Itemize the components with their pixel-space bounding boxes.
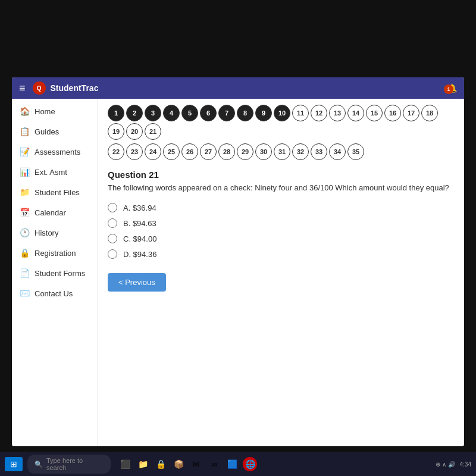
option-label-A: A. $36.94 — [123, 203, 156, 212]
question-num-31[interactable]: 31 — [274, 143, 290, 160]
taskbar-icon-4[interactable]: 📦 — [171, 457, 186, 471]
sidebar-item-contact-us[interactable]: ✉️ Contact Us — [12, 283, 98, 303]
question-title: Question 21 — [108, 170, 455, 180]
student-forms-icon: 📄 — [19, 268, 30, 278]
search-placeholder: Type here to search — [46, 457, 104, 471]
sidebar-item-guides[interactable]: 📋 Guides — [12, 121, 98, 142]
sidebar-label-student-files: Student Files — [35, 188, 80, 197]
taskbar-icon-7[interactable]: 🟦 — [225, 457, 239, 471]
taskbar-app-icons: ⬛ 📁 🔒 📦 ✉ ∞ 🟦 🌐 — [118, 457, 257, 471]
student-files-icon: 📁 — [19, 187, 30, 197]
question-num-8[interactable]: 8 — [237, 105, 253, 121]
radio-D[interactable] — [108, 249, 117, 259]
taskbar-icon-5[interactable]: ✉ — [189, 457, 203, 471]
sidebar-item-assessments[interactable]: 📝 Assessments — [12, 142, 98, 162]
previous-button[interactable]: < Previous — [108, 273, 166, 292]
question-num-29[interactable]: 29 — [237, 143, 253, 160]
sidebar-label-assessments: Assessments — [35, 148, 80, 156]
question-num-13[interactable]: 13 — [329, 105, 346, 121]
taskbar-icon-1[interactable]: ⬛ — [118, 457, 132, 471]
option-C[interactable]: C. $94.00 — [108, 234, 455, 243]
notification-count: 1 — [444, 84, 453, 94]
option-B[interactable]: B. $94.63 — [108, 218, 455, 228]
radio-C[interactable] — [108, 234, 117, 243]
main-layout: 🏠 Home 📋 Guides 📝 Assessments 📊 Ext. Asm… — [12, 99, 464, 446]
search-icon: 🔍 — [35, 461, 43, 468]
question-num-35[interactable]: 35 — [347, 143, 364, 160]
app-logo: Q — [33, 82, 46, 95]
question-num-14[interactable]: 14 — [347, 105, 364, 121]
question-text: The following words appeared on a check:… — [108, 183, 455, 192]
question-num-33[interactable]: 33 — [311, 143, 327, 160]
start-button[interactable]: ⊞ — [5, 457, 23, 471]
question-num-7[interactable]: 7 — [218, 105, 235, 121]
notification-bell[interactable]: 🔔 1 — [447, 83, 457, 93]
taskbar-search-box[interactable]: 🔍 Type here to search — [27, 455, 111, 474]
sidebar-label-ext-asmt: Ext. Asmt — [35, 168, 67, 177]
question-num-21[interactable]: 21 — [145, 123, 161, 140]
sidebar-item-registration[interactable]: 🔒 Registration — [12, 243, 98, 263]
option-A[interactable]: A. $36.94 — [108, 203, 455, 212]
sidebar-item-student-forms[interactable]: 📄 Student Forms — [12, 263, 98, 283]
question-num-17[interactable]: 17 — [403, 105, 419, 121]
clock: 4:34 — [460, 461, 471, 468]
calendar-icon: 📅 — [19, 208, 30, 217]
question-num-25[interactable]: 25 — [163, 143, 180, 160]
question-num-18[interactable]: 18 — [421, 105, 438, 121]
question-num-16[interactable]: 16 — [384, 105, 401, 121]
question-num-10[interactable]: 10 — [274, 105, 290, 121]
sidebar-item-home[interactable]: 🏠 Home — [12, 101, 98, 121]
navigation-buttons: < Previous — [108, 273, 455, 292]
question-num-11[interactable]: 11 — [292, 105, 309, 121]
ext-asmt-icon: 📊 — [19, 167, 30, 177]
taskbar-icon-6[interactable]: ∞ — [207, 457, 221, 471]
app-title: StudentTrac — [51, 83, 99, 93]
question-num-24[interactable]: 24 — [145, 143, 161, 160]
question-num-23[interactable]: 23 — [126, 143, 143, 160]
radio-A[interactable] — [108, 203, 117, 212]
history-icon: 🕐 — [19, 228, 30, 237]
sidebar-label-student-forms: Student Forms — [35, 269, 85, 278]
question-num-6[interactable]: 6 — [200, 105, 217, 121]
option-label-D: D. $94.36 — [123, 250, 156, 259]
question-num-12[interactable]: 12 — [311, 105, 327, 121]
system-tray: ⊕ ∧ 🔊 — [436, 461, 455, 468]
radio-B[interactable] — [108, 218, 117, 228]
question-num-15[interactable]: 15 — [366, 105, 383, 121]
question-num-4[interactable]: 4 — [163, 105, 180, 121]
question-num-9[interactable]: 9 — [255, 105, 272, 121]
sidebar: 🏠 Home 📋 Guides 📝 Assessments 📊 Ext. Asm… — [12, 99, 98, 446]
sidebar-item-ext-asmt[interactable]: 📊 Ext. Asmt — [12, 162, 98, 182]
sidebar-label-registration: Registration — [35, 249, 76, 258]
question-num-32[interactable]: 32 — [292, 143, 309, 160]
sidebar-item-student-files[interactable]: 📁 Student Files — [12, 182, 98, 202]
sidebar-label-contact-us: Contact Us — [35, 289, 73, 298]
assessments-icon: 📝 — [19, 147, 30, 156]
taskbar-icon-3[interactable]: 🔒 — [154, 457, 168, 471]
question-num-30[interactable]: 30 — [255, 143, 272, 160]
sidebar-item-history[interactable]: 🕐 History — [12, 223, 98, 243]
sidebar-label-guides: Guides — [35, 127, 59, 136]
menu-icon[interactable]: ≡ — [19, 82, 26, 95]
question-num-5[interactable]: 5 — [181, 105, 198, 121]
taskbar-icon-2[interactable]: 📁 — [136, 457, 150, 471]
question-num-3[interactable]: 3 — [145, 105, 161, 121]
question-num-22[interactable]: 22 — [108, 143, 124, 160]
question-num-27[interactable]: 27 — [200, 143, 217, 160]
question-num-2[interactable]: 2 — [126, 105, 143, 121]
question-num-34[interactable]: 34 — [329, 143, 346, 160]
topbar: ≡ Q StudentTrac 🔔 1 — [12, 77, 464, 99]
sidebar-item-calendar[interactable]: 📅 Calendar — [12, 202, 98, 223]
taskbar-icon-8[interactable]: 🌐 — [243, 457, 257, 471]
option-D[interactable]: D. $94.36 — [108, 249, 455, 259]
sidebar-label-calendar: Calendar — [35, 208, 66, 217]
question-num-1[interactable]: 1 — [108, 105, 124, 121]
contact-us-icon: ✉️ — [19, 289, 30, 298]
sidebar-label-history: History — [35, 228, 58, 237]
taskbar-right: ⊕ ∧ 🔊 4:34 — [436, 461, 471, 468]
question-num-26[interactable]: 26 — [181, 143, 198, 160]
question-num-19[interactable]: 19 — [108, 123, 124, 140]
sidebar-label-home: Home — [35, 107, 55, 116]
question-num-20[interactable]: 20 — [126, 123, 143, 140]
question-num-28[interactable]: 28 — [218, 143, 235, 160]
